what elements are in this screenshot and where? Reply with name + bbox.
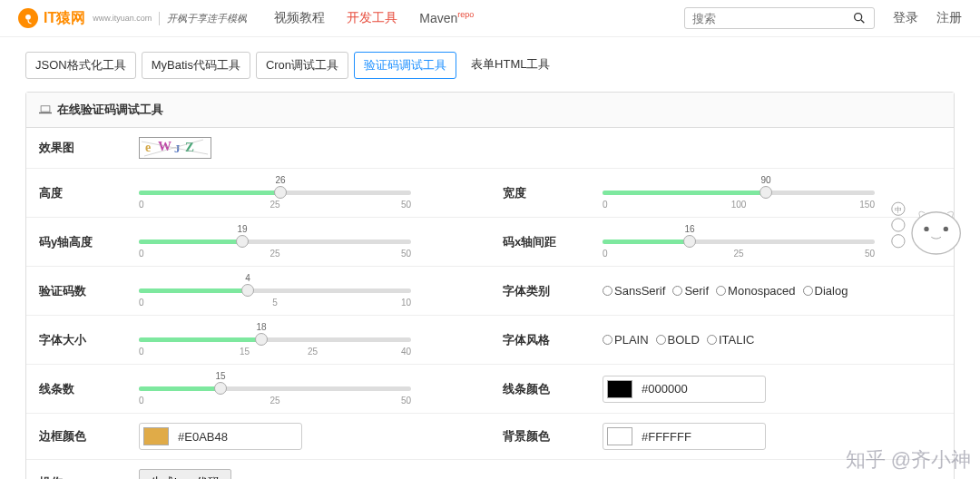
svg-rect-3 (41, 106, 50, 112)
label-linecolor: 线条颜色 (490, 365, 590, 413)
slider-height[interactable]: 2602550 (139, 178, 411, 208)
radio-monospaced[interactable]: Monospaced (716, 284, 795, 298)
svg-point-12 (892, 219, 905, 231)
tab-captcha[interactable]: 验证码调试工具 (354, 52, 456, 79)
slider-codecount[interactable]: 40510 (139, 276, 411, 306)
register-link[interactable]: 注册 (936, 10, 962, 26)
radio-bold[interactable]: BOLD (656, 333, 700, 347)
swatch-border (143, 427, 169, 445)
swatch-line (607, 380, 632, 398)
slider-fontsize[interactable]: 180152540 (139, 325, 411, 355)
panel-title: 在线验证码调试工具 (57, 102, 163, 118)
color-border[interactable]: #E0AB48 (139, 423, 302, 450)
search-box (684, 7, 875, 29)
slogan: 开枫于享连手模枫 (159, 12, 247, 25)
svg-line-5 (142, 142, 208, 154)
logo-text: IT猿网 (44, 9, 85, 28)
radio-sansserif[interactable]: SansSerif (603, 284, 665, 298)
label-codey: 码y轴高度 (26, 218, 126, 266)
label-codecount: 验证码数 (26, 267, 126, 315)
tab-json[interactable]: JSON格式化工具 (25, 52, 136, 79)
svg-point-0 (25, 15, 31, 20)
svg-text:中: 中 (895, 206, 902, 214)
panel: 在线验证码调试工具 效果图 e W J Z 高度 2602550 宽度 (25, 92, 955, 479)
logo-icon (18, 8, 38, 28)
nav: 视频教程 开发工具 Mavenrepo (274, 10, 474, 26)
slider-linecount[interactable]: 1502550 (139, 374, 411, 404)
label-width: 宽度 (490, 169, 590, 217)
radio-dialog[interactable]: Dialog (803, 284, 848, 298)
radio-italic[interactable]: ITALIC (707, 333, 755, 347)
label-fontstyle: 字体风格 (490, 316, 590, 364)
svg-point-13 (892, 235, 905, 248)
color-bg[interactable]: #FFFFFF (603, 423, 766, 450)
watermark: 知乎 @齐小神 (846, 446, 971, 474)
label-fontsize: 字体大小 (26, 316, 126, 364)
tab-cron[interactable]: Cron调试工具 (256, 52, 348, 79)
login-link[interactable]: 登录 (893, 10, 918, 26)
laptop-icon (39, 105, 52, 114)
nav-maven[interactable]: Mavenrepo (419, 10, 474, 26)
svg-line-2 (861, 20, 864, 23)
svg-point-9 (944, 227, 948, 231)
label-linecount: 线条数 (26, 365, 126, 413)
tabs: JSON格式化工具 MyBatis代码工具 Cron调试工具 验证码调试工具 表… (25, 52, 955, 79)
label-action: 操作 (26, 460, 126, 479)
svg-rect-4 (39, 112, 52, 113)
slider-width[interactable]: 900100150 (603, 178, 875, 208)
label-bordercolor: 边框颜色 (26, 414, 126, 459)
mascot-icon: 中 (886, 189, 967, 261)
svg-point-8 (924, 227, 928, 231)
slider-codex[interactable]: 1602550 (603, 227, 875, 257)
slider-codey[interactable]: 1902550 (139, 227, 411, 257)
logo[interactable]: IT猿网 www.ityuan.com (18, 8, 152, 28)
label-bgcolor: 背景颜色 (490, 414, 590, 459)
panel-header: 在线验证码调试工具 (26, 93, 954, 128)
logo-url: www.ityuan.com (93, 14, 152, 23)
svg-point-1 (855, 14, 862, 21)
search-input[interactable] (692, 12, 852, 25)
search-icon[interactable] (852, 11, 867, 25)
row-effect: 效果图 e W J Z (26, 128, 954, 169)
container: JSON格式化工具 MyBatis代码工具 Cron调试工具 验证码调试工具 表… (0, 37, 980, 479)
auth: 登录 注册 (893, 10, 962, 26)
radios-fontstyle: PLAIN BOLD ITALIC (603, 333, 754, 347)
nav-video[interactable]: 视频教程 (274, 10, 325, 26)
label-effect: 效果图 (26, 128, 126, 168)
radio-serif[interactable]: Serif (672, 284, 709, 298)
tab-mybatis[interactable]: MyBatis代码工具 (142, 52, 250, 79)
svg-point-7 (912, 212, 960, 254)
generate-java-button[interactable]: 生成java代码 (139, 469, 231, 479)
radios-fontfamily: SansSerif Serif Monospaced Dialog (603, 284, 848, 298)
label-height: 高度 (26, 169, 126, 217)
header: IT猿网 www.ityuan.com 开枫于享连手模枫 视频教程 开发工具 M… (0, 0, 980, 37)
label-codex: 码x轴间距 (490, 218, 590, 266)
nav-devtools[interactable]: 开发工具 (347, 10, 397, 26)
color-line[interactable]: #000000 (603, 376, 766, 403)
tab-form-html[interactable]: 表单HTML工具 (462, 52, 559, 79)
captcha-preview[interactable]: e W J Z (139, 137, 211, 159)
label-fontfamily: 字体类别 (490, 267, 590, 315)
svg-line-6 (144, 140, 203, 156)
swatch-bg (607, 427, 632, 445)
radio-plain[interactable]: PLAIN (603, 333, 649, 347)
